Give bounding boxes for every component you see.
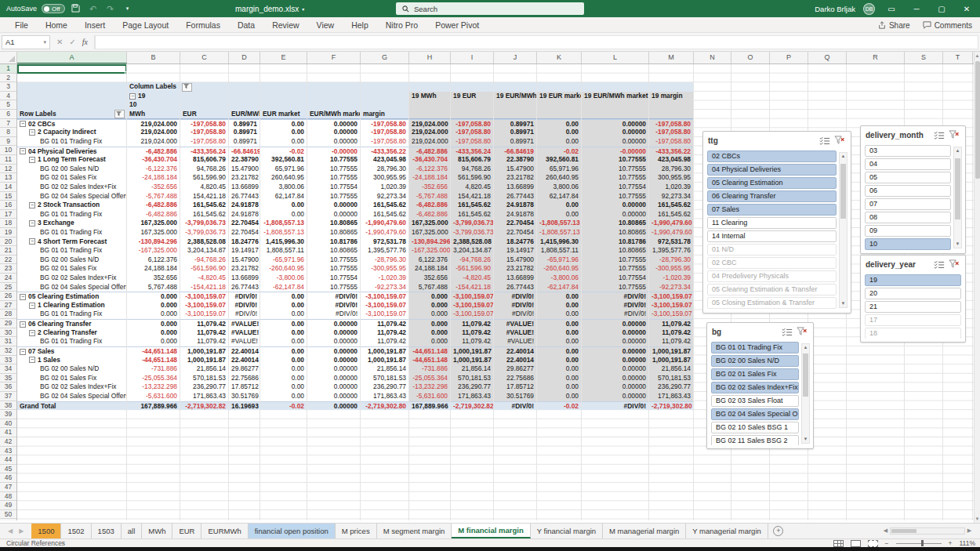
pivot-cell[interactable]: -197,058.80 [180, 137, 229, 147]
pivot-cell[interactable]: 0.000 [127, 337, 180, 346]
pivot-cell[interactable]: 22.70454 [494, 228, 537, 237]
pivot-cell[interactable]: -36,430.704 [409, 155, 451, 165]
pivot-cell[interactable]: 0.00000 [582, 337, 649, 346]
pivot-cell[interactable]: 171,863.43 [649, 392, 694, 401]
maximize-icon[interactable]: ▢ [933, 5, 950, 13]
pivot-cell[interactable]: 0.00 [537, 137, 582, 147]
pivot-cell[interactable]: 972,531.78 [361, 237, 409, 247]
column-header[interactable]: C [180, 52, 229, 63]
pivot-row-label[interactable]: BG 02 02 Sales Index+Fix [17, 274, 127, 283]
pivot-cell[interactable]: -1,808,557.13 [537, 219, 582, 228]
pivot-cell[interactable]: -1,020.39 [361, 274, 409, 283]
pivot-cell[interactable]: 0.000 [127, 320, 180, 328]
column-header[interactable]: A [17, 52, 127, 63]
row-header[interactable]: 21 [0, 246, 16, 256]
pivot-cell[interactable]: 219,024.000 [409, 137, 451, 147]
pivot-row-label[interactable]: −06 Clearing Transfer [17, 320, 127, 328]
row-header[interactable]: 32 [0, 346, 16, 356]
column-header[interactable]: R [847, 52, 905, 63]
name-box[interactable]: A1▾ [2, 35, 50, 49]
pivot-cell[interactable]: -6,482.886 [409, 210, 451, 219]
slicer-scroll-down-icon[interactable]: ▼ [840, 300, 847, 307]
pivot-cell[interactable]: -561,596.90 [180, 264, 229, 274]
pivot-cell[interactable]: 10.77554 [582, 183, 649, 192]
pivot-cell[interactable]: #DIV/0! [229, 310, 260, 319]
pivot-cell[interactable]: 4,820.45 [451, 183, 494, 192]
pivot-row-label[interactable]: BG 02 02 Sales Index+Fix [17, 382, 127, 392]
sheet-tab-m-segment-margin[interactable]: M segment margin [377, 524, 452, 538]
pivot-cell[interactable]: -3,799,036.73 [451, 219, 494, 228]
slicer-scroll-thumb[interactable] [840, 164, 846, 219]
pivot-cell[interactable]: 2,388,528.08 [180, 237, 229, 247]
pivot-cell[interactable]: 219,024.000 [409, 128, 451, 137]
row-header[interactable]: 3 [0, 82, 16, 92]
pivot-cell[interactable]: 0.00000 [582, 392, 649, 401]
row-header[interactable]: 42 [0, 437, 16, 447]
pivot-cell[interactable]: 10.80865 [307, 246, 361, 256]
pivot-cell[interactable]: -92,273.34 [649, 283, 694, 292]
row-header[interactable]: 25 [0, 283, 16, 292]
pivot-cell[interactable]: 815,606.79 [180, 155, 229, 165]
pivot-cell[interactable]: 0.000 [409, 328, 451, 338]
row-header[interactable]: 7 [0, 119, 16, 129]
pivot-cell[interactable]: -197,058.80 [361, 128, 409, 137]
pivot-cell[interactable]: -433,356.22 [361, 147, 409, 156]
pivot-cell[interactable]: 10.77555 [582, 283, 649, 292]
pivot-row-label[interactable]: −3 Exchange [17, 219, 127, 228]
slicer-scrollbar[interactable]: ▲▼ [839, 152, 848, 308]
autosave-toggle[interactable]: Off [42, 4, 65, 13]
pivot-cell[interactable]: 815,606.79 [451, 155, 494, 165]
pivot-row-label[interactable]: BG 02 00 Sales N/D [17, 165, 127, 174]
pivot-cell[interactable]: 0.00 [260, 137, 307, 147]
pivot-cell[interactable]: 11,079.42 [451, 320, 494, 328]
undo-icon[interactable]: ↶ [87, 4, 100, 14]
pivot-row-label[interactable]: BG 02 01 Sales Fix [17, 173, 127, 183]
pivot-cell[interactable]: 92,273.34 [361, 192, 409, 201]
ribbon-tab-page-layout[interactable]: Page Layout [114, 17, 177, 33]
value-header[interactable]: EUR/MWh [229, 110, 260, 118]
pivot-cell[interactable]: 23.21782 [229, 264, 260, 274]
slicer-item[interactable]: 18 [865, 328, 961, 339]
pivot-cell[interactable]: 392,560.81 [260, 155, 307, 165]
sheet-tab-financial-open-position[interactable]: financial open position [249, 524, 336, 538]
pivot-cell[interactable]: 10.77555 [582, 256, 649, 265]
year-total-header[interactable]: 19 EUR market [537, 92, 582, 101]
pivot-cell[interactable]: -24,188.184 [409, 173, 451, 183]
pivot-cell[interactable]: 1,415,996.30 [260, 237, 307, 247]
row-header[interactable]: 27 [0, 301, 16, 310]
select-all-corner[interactable] [0, 52, 17, 63]
pivot-cell[interactable]: 219,024.000 [409, 120, 451, 129]
slicer-item[interactable]: BG 02 10 Sales BSG 1 [711, 422, 799, 433]
column-header[interactable]: F [307, 52, 361, 63]
pivot-cell[interactable]: 29.86277 [229, 364, 260, 374]
pivot-cell[interactable]: 0.000 [409, 310, 451, 319]
pivot-cell[interactable]: 17.85712 [229, 382, 260, 392]
pivot-cell[interactable]: 0.00 [537, 337, 582, 346]
pivot-cell[interactable]: 161,545.62 [361, 201, 409, 210]
pivot-cell[interactable]: #VALUE! [229, 320, 260, 328]
pivot-cell[interactable]: #DIV/0! [582, 310, 649, 319]
column-header[interactable]: N [694, 52, 731, 63]
column-header[interactable]: L [582, 52, 649, 63]
collapse-group-icon[interactable]: − [20, 349, 26, 355]
slicer-scroll-thumb[interactable] [955, 158, 960, 219]
quick-access-caret-icon[interactable]: ▾ [122, 5, 134, 12]
pivot-cell[interactable]: 0.00 [260, 337, 307, 346]
pivot-cell[interactable]: 0.89971 [494, 137, 537, 147]
row-header[interactable]: 30 [0, 328, 16, 338]
pivot-cell[interactable]: 0.00 [537, 201, 582, 210]
slicer-scroll-up-icon[interactable]: ▲ [840, 153, 847, 160]
row-header[interactable]: 28 [0, 310, 16, 319]
pivot-cell[interactable]: -3,100,159.07 [649, 301, 694, 310]
pivot-row-label[interactable]: −2 Stock Transaction [17, 201, 127, 210]
clear-filter-icon[interactable] [946, 129, 960, 140]
pivot-cell[interactable]: 19.14917 [229, 246, 260, 256]
sheet-tab-eur[interactable]: EUR [172, 524, 201, 538]
pivot-cell[interactable]: -2,719,302.80 [361, 402, 409, 411]
pivot-cell[interactable]: 0.00000 [307, 210, 361, 219]
scroll-up-icon[interactable]: ▲ [975, 52, 980, 60]
sheet-tab-m-managerial-margin[interactable]: M managerial margin [603, 524, 686, 538]
slicer-item[interactable]: BG 01 01 Trading Fix [711, 342, 799, 353]
pivot-cell[interactable]: -0.00000 [582, 147, 649, 156]
pivot-cell[interactable]: -66.84619 [494, 147, 537, 156]
